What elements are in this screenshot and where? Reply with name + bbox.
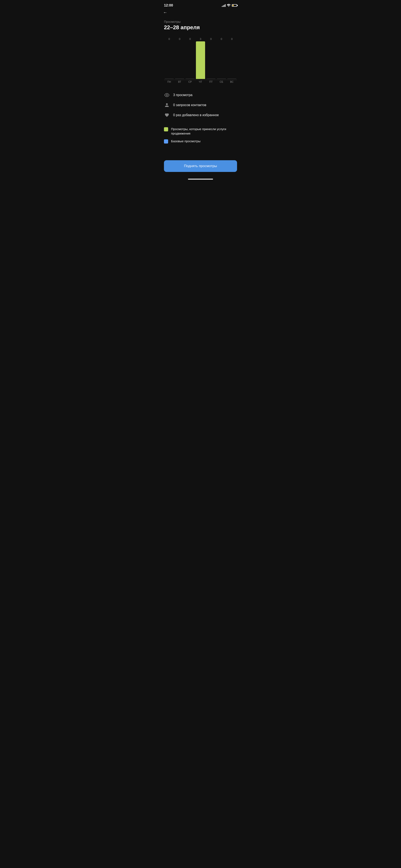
legend-blue-text: Базовые просмотры — [171, 139, 201, 143]
bar-label-ПТ: ПТ — [209, 81, 213, 83]
bar-fill-СР — [185, 79, 195, 79]
stat-row-views: 3 просмотра — [164, 90, 237, 100]
stat-row-favorites: 0 раз добавлено в избранное — [164, 110, 237, 120]
legend-row-blue: Базовые просмотры — [164, 137, 237, 145]
bar-label-ЧТ: ЧТ — [199, 81, 202, 83]
bar-item-ЧТ: 3ЧТ — [195, 37, 206, 83]
favorites-text: 0 раз добавлено в избранное — [173, 113, 219, 117]
stats-section: 3 просмотра 0 запросов контактов 0 раз д… — [160, 87, 241, 123]
wifi-icon — [227, 4, 230, 7]
bar-label-ВТ: ВТ — [178, 81, 181, 83]
bar-item-СБ: 0СБ — [216, 37, 226, 83]
battery-icon — [232, 4, 237, 7]
header-section: Просмотры 22–28 апреля — [160, 17, 241, 32]
status-icons — [222, 4, 237, 7]
home-bar — [188, 179, 213, 180]
nav-bar: ← — [160, 9, 241, 17]
legend-section: Просмотры, которые принесли услуги продв… — [160, 123, 241, 149]
status-time: 12:00 — [164, 3, 173, 7]
legend-green-dot — [164, 127, 168, 131]
chart-section: 0ПН0ВТ0СР3ЧТ0ПТ0СБ0ВС — [160, 32, 241, 87]
bar-value-ПТ: 0 — [210, 37, 212, 40]
views-text: 3 просмотра — [173, 93, 192, 97]
status-bar: 12:00 — [160, 0, 241, 9]
legend-green-text: Просмотры, которые принесли услуги продв… — [171, 127, 237, 135]
legend-blue-dot — [164, 140, 168, 144]
boost-button[interactable]: Поднять просмотры — [164, 160, 237, 172]
svg-point-0 — [166, 94, 167, 96]
stat-row-contacts: 0 запросов контактов — [164, 100, 237, 110]
bar-fill-ПН — [164, 79, 174, 79]
bar-value-ЧТ: 3 — [200, 37, 201, 40]
bar-fill-ПТ — [206, 79, 216, 79]
page-title: 22–28 апреля — [164, 24, 237, 31]
bar-value-ВС: 0 — [231, 37, 233, 40]
back-button[interactable]: ← — [163, 10, 167, 15]
contacts-text: 0 запросов контактов — [173, 103, 206, 107]
person-icon — [164, 102, 170, 108]
bar-label-СБ: СБ — [220, 81, 223, 83]
bar-item-ВС: 0ВС — [226, 37, 237, 83]
bar-label-ПН: ПН — [167, 81, 171, 83]
signal-icon — [222, 4, 225, 7]
bar-value-СБ: 0 — [220, 37, 222, 40]
bar-fill-ВС — [227, 79, 237, 79]
bar-label-СР: СР — [188, 81, 192, 83]
bottom-button-area: Поднять просмотры — [160, 157, 241, 179]
bar-fill-СБ — [217, 79, 226, 79]
bar-value-ПН: 0 — [168, 37, 170, 40]
eye-icon — [164, 92, 170, 98]
bar-label-ВС: ВС — [230, 81, 234, 83]
home-indicator — [160, 179, 241, 181]
bar-chart: 0ПН0ВТ0СР3ЧТ0ПТ0СБ0ВС — [164, 37, 237, 83]
bar-item-ПН: 0ПН — [164, 37, 175, 83]
page-subtitle: Просмотры — [164, 20, 237, 23]
bar-item-ПТ: 0ПТ — [206, 37, 216, 83]
legend-row-green: Просмотры, которые принесли услуги продв… — [164, 125, 237, 137]
bar-item-СР: 0СР — [185, 37, 195, 83]
bar-fill-ВТ — [175, 79, 184, 79]
heart-icon — [164, 112, 170, 118]
bar-fill-ЧТ — [196, 41, 205, 79]
bar-value-СР: 0 — [189, 37, 191, 40]
bar-item-ВТ: 0ВТ — [175, 37, 185, 83]
bar-value-ВТ: 0 — [179, 37, 180, 40]
back-arrow-icon: ← — [163, 10, 167, 15]
